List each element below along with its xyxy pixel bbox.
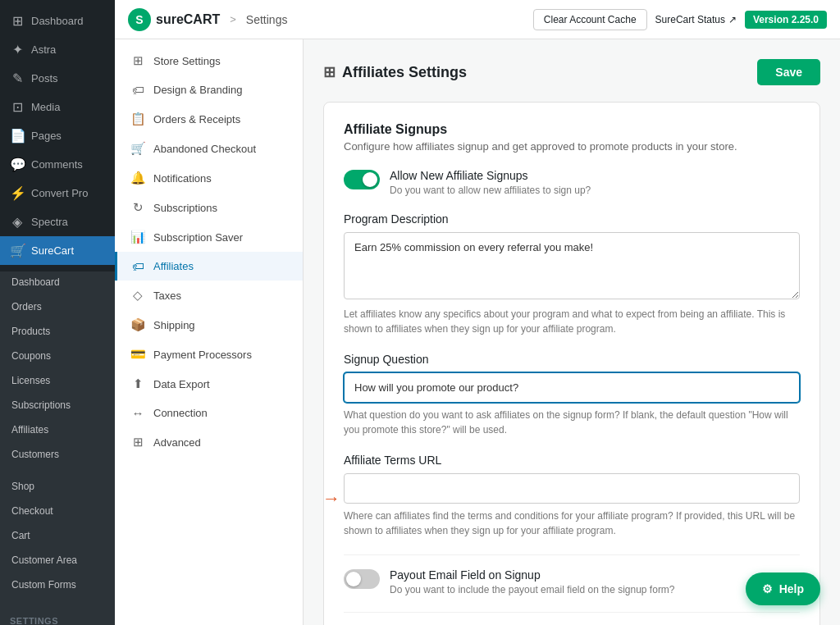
payout-email-toggle[interactable] [344,569,380,589]
media-icon: ⊡ [10,99,25,115]
breadcrumb-current: Settings [246,13,288,26]
dashboard-icon: ⊞ [10,13,25,29]
sidebar-item-astra[interactable]: ✦ Astra [0,35,115,64]
signup-question-group: Signup Question What question do you wan… [344,353,800,437]
page-header: ⊞ Affiliates Settings Save [323,59,820,85]
convert-pro-icon: ⚡ [10,185,25,201]
topbar-left: S sureCART > Settings [128,8,287,31]
subscription-saver-icon: 📊 [130,230,145,244]
content-area: ⊞ Store Settings 🏷 Design & Branding 📋 O… [115,39,840,625]
sc-nav-customer-area[interactable]: Customer Area [0,548,115,573]
sc-nav-custom-forms[interactable]: Custom Forms [0,573,115,597]
posts-icon: ✎ [10,71,25,86]
page-title: ⊞ Affiliates Settings [323,63,467,81]
allow-signups-toggle-row: Allow New Affiliate Signups Do you want … [344,169,800,196]
program-desc-textarea[interactable]: Earn 25% commission on every referral yo… [344,232,800,299]
nav-orders-receipts[interactable]: 📋 Orders & Receipts [115,104,303,134]
nav-taxes[interactable]: ◇ Taxes [115,281,303,310]
nav-notifications[interactable]: 🔔 Notifications [115,163,303,193]
sidebar-item-surecart[interactable]: 🛒 SureCart [0,236,115,265]
nav-affiliates[interactable]: 🏷 Affiliates [115,252,303,281]
affiliate-terms-hint: Where can affiliates find the terms and … [344,509,800,538]
surecart-logo: S sureCART [128,8,220,31]
sc-nav-licenses[interactable]: Licenses [0,368,115,393]
sc-nav-cart[interactable]: Cart [0,523,115,548]
sc-nav-coupons[interactable]: Coupons [0,344,115,368]
allow-signups-slider [344,170,380,189]
section-title: Affiliate Signups [344,122,800,137]
program-desc-group: Program Description Earn 25% commission … [344,212,800,336]
help-icon: ⚙ [762,582,773,595]
nav-connection[interactable]: ↔ Connection [115,399,303,427]
settings-sidebar: ⊞ Store Settings 🏷 Design & Branding 📋 O… [115,39,304,625]
sc-nav-checkout[interactable]: Checkout [0,499,115,523]
spectra-icon: ◈ [10,214,25,230]
sidebar-item-pages[interactable]: 📄 Pages [0,121,115,150]
help-button[interactable]: ⚙ Help [746,573,820,605]
pages-icon: 📄 [10,128,25,144]
sc-nav-orders[interactable]: Orders [0,294,115,319]
card-divider-2 [344,612,800,613]
sc-nav-customers[interactable]: Customers [0,442,115,467]
allow-signups-text: Allow New Affiliate Signups Do you want … [390,169,591,196]
affiliate-terms-input[interactable] [344,473,800,504]
affiliate-signups-card: Affiliate Signups Configure how affiliat… [323,102,820,625]
surecart-submenu: Dashboard Orders Products Coupons Licens… [0,271,115,625]
abandoned-checkout-icon: 🛒 [130,141,145,156]
connection-icon: ↔ [130,406,145,420]
sidebar-item-posts[interactable]: ✎ Posts [0,64,115,93]
sidebar-item-convert-pro[interactable]: ⚡ Convert Pro [0,179,115,208]
wp-admin-sidebar: ⊞ Dashboard ✦ Astra ✎ Posts ⊡ Media 📄 Pa… [0,0,115,625]
payout-email-slider [344,569,380,589]
sidebar-item-media[interactable]: ⊡ Media [0,93,115,121]
payout-email-toggle-row: Payout Email Field on Signup Do you want… [344,568,800,595]
subscriptions-icon: ↻ [130,200,145,215]
settings-sliders-icon: ⊞ [323,63,336,81]
sc-nav-products[interactable]: Products [0,319,115,344]
signup-question-hint: What question do you want to ask affilia… [344,408,800,437]
surecart-icon: 🛒 [10,243,25,258]
nav-advanced[interactable]: ⊞ Advanced [115,427,303,457]
settings-section-label: Settings [0,604,115,625]
section-subtitle: Configure how affiliates signup and get … [344,140,800,153]
sidebar-item-spectra[interactable]: ◈ Spectra [0,208,115,236]
sidebar-item-comments[interactable]: 💬 Comments [0,150,115,179]
version-badge: Version 2.25.0 [745,11,827,29]
taxes-icon: ◇ [130,288,145,303]
nav-subscription-saver[interactable]: 📊 Subscription Saver [115,222,303,252]
notifications-icon: 🔔 [130,171,145,185]
data-export-icon: ⬆ [130,376,145,391]
payout-email-text: Payout Email Field on Signup Do you want… [390,568,675,595]
topbar: S sureCART > Settings Clear Account Cach… [115,0,840,39]
affiliate-terms-label: Affiliate Terms URL [344,454,800,467]
signup-question-input[interactable] [344,372,800,403]
payment-processors-icon: 💳 [130,347,145,362]
nav-design-branding[interactable]: 🏷 Design & Branding [115,75,303,104]
allow-signups-toggle[interactable] [344,170,380,189]
nav-abandoned-checkout[interactable]: 🛒 Abandoned Checkout [115,134,303,163]
external-link-icon: ↗ [728,14,737,25]
affiliate-terms-group: Affiliate Terms URL Where can affiliates… [344,454,800,538]
advanced-icon: ⊞ [130,435,145,449]
sc-nav-affiliates[interactable]: Affiliates [0,417,115,442]
nav-data-export[interactable]: ⬆ Data Export [115,369,303,399]
program-desc-hint: Let affiliates know any specifics about … [344,307,800,336]
sc-nav-shop[interactable]: Shop [0,474,115,499]
nav-payment-processors[interactable]: 💳 Payment Processors [115,340,303,369]
clear-cache-button[interactable]: Clear Account Cache [533,9,647,30]
sidebar-item-dashboard[interactable]: ⊞ Dashboard [0,7,115,35]
allow-signups-label: Allow New Affiliate Signups [390,169,591,182]
nav-shipping[interactable]: 📦 Shipping [115,310,303,340]
topbar-right: Clear Account Cache SureCart Status ↗ Ve… [533,9,827,30]
comments-icon: 💬 [10,157,25,172]
save-button[interactable]: Save [757,59,820,85]
nav-store-settings[interactable]: ⊞ Store Settings [115,46,303,75]
sc-nav-dashboard[interactable]: Dashboard [0,271,115,294]
sc-nav-subscriptions[interactable]: Subscriptions [0,393,115,417]
orders-receipts-icon: 📋 [130,112,145,126]
surecart-status-link[interactable]: SureCart Status ↗ [655,14,737,25]
payout-email-desc: Do you want to include the payout email … [390,584,675,595]
payout-email-label: Payout Email Field on Signup [390,568,675,582]
breadcrumb-separator: > [230,13,236,25]
nav-subscriptions[interactable]: ↻ Subscriptions [115,193,303,222]
